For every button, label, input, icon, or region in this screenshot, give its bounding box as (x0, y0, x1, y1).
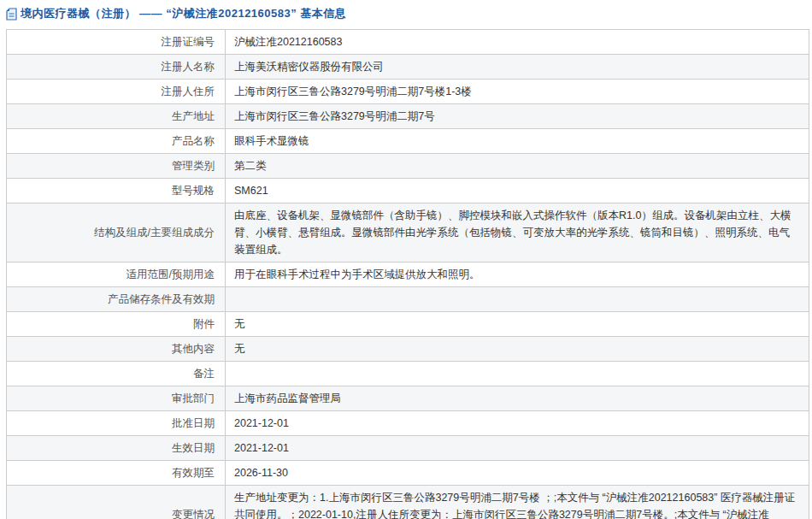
row-label-text: 生产地址 (172, 110, 215, 122)
row-value: 沪械注准20212160583 (226, 30, 809, 55)
row-value: 用于在眼科手术过程中为手术区域提供放大和照明。 (226, 262, 809, 287)
table-row: 生效日期2021-12-01 (7, 436, 809, 461)
page-title: 境内医疗器械（注册） —— “沪械注准20212160583” 基本信息 (21, 6, 346, 21)
row-label-text: 产品储存条件及有效期 (108, 293, 215, 305)
table-row: 型号规格SM621 (7, 179, 809, 203)
row-label-text: 变更情况 (172, 509, 215, 519)
row-label: 生产地址 (7, 104, 226, 129)
row-label: 结构及组成/主要组成成分 (7, 203, 226, 262)
row-value: 2026-11-30 (226, 461, 809, 486)
row-label: 型号规格 (7, 179, 226, 203)
row-value: 2021-12-01 (226, 411, 809, 436)
registration-info-table: 注册证编号沪械注准20212160583注册人名称上海美沃精密仪器股份有限公司注… (6, 29, 809, 519)
row-label-text: 产品名称 (172, 135, 215, 147)
row-label-text: 批准日期 (172, 417, 215, 429)
row-label-text: 注册人住所 (162, 86, 215, 97)
row-value: 上海市药品监督管理局 (226, 386, 809, 411)
registration-info-page: 境内医疗器械（注册） —— “沪械注准20212160583” 基本信息 注册证… (0, 0, 812, 519)
row-label: 其他内容 (7, 337, 226, 362)
table-row: 变更情况生产地址变更为：1.上海市闵行区三鲁公路3279号明浦二期7号楼 ；;本… (7, 486, 809, 519)
row-label-text: 备注 (193, 368, 215, 380)
table-row: 注册证编号沪械注准20212160583 (7, 30, 809, 55)
row-value: SM621 (226, 179, 809, 203)
row-label-text: 附件 (193, 318, 215, 330)
row-value (226, 287, 809, 312)
row-label-text: 其他内容 (172, 343, 215, 355)
row-label: 管理类别 (7, 154, 226, 179)
row-label: 注册人名称 (7, 55, 226, 80)
table-row: 有效期至2026-11-30 (7, 461, 809, 486)
row-label-text: 型号规格 (172, 185, 215, 197)
table-row: 批准日期2021-12-01 (7, 411, 809, 436)
row-label: 附件 (7, 312, 226, 337)
table-row: 注册人名称上海美沃精密仪器股份有限公司 (7, 55, 809, 80)
row-value: 上海市闵行区三鲁公路3279号明浦二期7号楼1-3楼 (226, 80, 809, 104)
row-label: 适用范围/预期用途 (7, 262, 226, 287)
row-label: 变更情况 (7, 486, 226, 519)
row-label: 产品储存条件及有效期 (7, 287, 226, 312)
table-row: 审批部门上海市药品监督管理局 (7, 386, 809, 411)
row-label: 有效期至 (7, 461, 226, 486)
row-value: 上海美沃精密仪器股份有限公司 (226, 55, 809, 80)
page-header: 境内医疗器械（注册） —— “沪械注准20212160583” 基本信息 (0, 0, 812, 22)
table-row: 管理类别第二类 (7, 154, 809, 179)
row-label: 产品名称 (7, 129, 226, 154)
row-value: 无 (226, 337, 809, 362)
row-value: 眼科手术显微镜 (226, 129, 809, 154)
row-value: 无 (226, 312, 809, 337)
table-row: 附件无 (7, 312, 809, 337)
table-row: 生产地址上海市闵行区三鲁公路3279号明浦二期7号 (7, 104, 809, 129)
row-label-text: 管理类别 (172, 160, 215, 172)
row-value: 2021-12-01 (226, 436, 809, 461)
table-row: 产品名称眼科手术显微镜 (7, 129, 809, 154)
table-row: 注册人住所上海市闵行区三鲁公路3279号明浦二期7号楼1-3楼 (7, 80, 809, 104)
row-label-text: 生效日期 (172, 442, 215, 454)
row-label-text: 审批部门 (172, 392, 215, 404)
row-value: 第二类 (226, 154, 809, 179)
document-icon (6, 8, 17, 21)
row-label: 审批部门 (7, 386, 226, 411)
table-row: 适用范围/预期用途用于在眼科手术过程中为手术区域提供放大和照明。 (7, 262, 809, 287)
table-row: 产品储存条件及有效期 (7, 287, 809, 312)
row-value: 由底座、设备机架、显微镜部件（含助手镜）、脚控模块和嵌入式操作软件（版本R1.0… (226, 203, 809, 262)
row-label-text: 适用范围/预期用途 (127, 268, 215, 280)
row-value (226, 362, 809, 386)
row-label: 生效日期 (7, 436, 226, 461)
row-label: 批准日期 (7, 411, 226, 436)
info-table-body: 注册证编号沪械注准20212160583注册人名称上海美沃精密仪器股份有限公司注… (7, 30, 809, 519)
row-label-text: 注册证编号 (162, 36, 215, 48)
table-row: 备注 (7, 362, 809, 386)
table-row: 结构及组成/主要组成成分由底座、设备机架、显微镜部件（含助手镜）、脚控模块和嵌入… (7, 203, 809, 262)
row-label-text: 注册人名称 (162, 61, 215, 73)
row-label: 注册人住所 (7, 80, 226, 104)
row-label: 备注 (7, 362, 226, 386)
table-row: 其他内容无 (7, 337, 809, 362)
row-label: 注册证编号 (7, 30, 226, 55)
row-value: 生产地址变更为：1.上海市闵行区三鲁公路3279号明浦二期7号楼 ；;本文件与 … (226, 486, 809, 519)
row-label-text: 结构及组成/主要组成成分 (94, 227, 215, 239)
row-value: 上海市闵行区三鲁公路3279号明浦二期7号 (226, 104, 809, 129)
row-label-text: 有效期至 (172, 467, 215, 479)
